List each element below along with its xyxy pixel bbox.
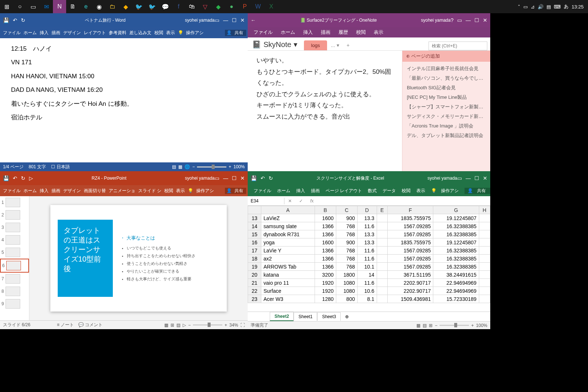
cell[interactable] bbox=[377, 271, 387, 279]
view-print-icon[interactable]: ▦ bbox=[178, 164, 182, 169]
maximize-icon[interactable]: ☐ bbox=[232, 175, 237, 181]
zoom-slider[interactable] bbox=[440, 325, 469, 326]
tell-me[interactable]: 💡 操作アシ bbox=[176, 30, 207, 36]
cell[interactable]: 768 bbox=[336, 255, 357, 263]
cortana-icon[interactable]: ○ bbox=[13, 0, 26, 13]
sheet-tab[interactable]: Sheet1 bbox=[294, 312, 317, 321]
keyboard-icon[interactable]: ⌨ bbox=[554, 4, 561, 10]
cell[interactable]: 1920 bbox=[315, 287, 336, 295]
col-header[interactable]: H bbox=[479, 206, 490, 214]
cell[interactable]: 1567.09285 bbox=[387, 230, 433, 238]
back-icon[interactable]: ← bbox=[251, 17, 256, 23]
cell[interactable]: 768 bbox=[336, 263, 357, 271]
slide-thumb[interactable]: 8 bbox=[0, 285, 29, 298]
cell[interactable]: 1920 bbox=[315, 279, 336, 287]
cell[interactable] bbox=[377, 238, 387, 247]
tab-design[interactable]: デザイン bbox=[62, 30, 82, 36]
notes-button[interactable]: ≡ ノート bbox=[57, 322, 74, 328]
cell[interactable]: 1567.09285 bbox=[387, 263, 433, 271]
cell[interactable]: samsung slate bbox=[261, 222, 315, 230]
messenger-icon[interactable]: 💬 bbox=[159, 0, 172, 13]
row-header[interactable]: 13 bbox=[248, 214, 261, 222]
twitter1-icon[interactable]: 🐦 bbox=[132, 0, 146, 13]
cell[interactable]: 1080 bbox=[336, 279, 357, 287]
col-header[interactable]: G bbox=[433, 206, 479, 214]
row-header[interactable]: 18 bbox=[248, 255, 261, 263]
view-read-icon[interactable]: ▤ bbox=[172, 164, 176, 169]
battery-icon[interactable]: ▭ bbox=[523, 4, 528, 10]
tab-animations[interactable]: アニメーショ bbox=[107, 188, 137, 194]
page-item[interactable]: [NEC PC] My Time Line製品 bbox=[405, 93, 488, 102]
tab-formulas[interactable]: 数式 bbox=[365, 188, 380, 194]
save-icon[interactable]: 💾 bbox=[3, 175, 9, 181]
cell[interactable]: 900 bbox=[336, 238, 357, 247]
row-header[interactable]: 22 bbox=[248, 287, 261, 295]
clock[interactable]: 13:25 bbox=[571, 4, 584, 10]
cell[interactable] bbox=[377, 247, 387, 255]
cell[interactable]: 1280 bbox=[315, 295, 336, 303]
cell[interactable]: 22.94694969 bbox=[433, 287, 479, 295]
save-icon[interactable]: 💾 bbox=[3, 17, 9, 23]
cell[interactable] bbox=[479, 247, 490, 255]
cell[interactable]: 13.3 bbox=[357, 214, 377, 222]
add-section[interactable]: + bbox=[343, 40, 353, 50]
cell[interactable] bbox=[377, 295, 387, 303]
cell[interactable]: 1835.755975 bbox=[387, 238, 433, 247]
chevron-up-icon[interactable]: ˄ bbox=[518, 4, 520, 10]
action-center-icon[interactable]: ▤ bbox=[546, 4, 551, 10]
tab-view[interactable]: 表示 bbox=[413, 188, 428, 194]
cell[interactable] bbox=[479, 238, 490, 247]
slide-canvas[interactable]: タブレットの王道はスクリーンサイズ10型前後 ・ 大事なことは いつでもどこでも… bbox=[50, 205, 227, 312]
comments-button[interactable]: 💬 コメント bbox=[78, 322, 103, 328]
ribbon-options-icon[interactable]: ▭ bbox=[457, 175, 462, 181]
tab-insert[interactable]: 挿入 bbox=[293, 188, 308, 194]
page-item[interactable]: サンディスク・メモリーカード新製品発 bbox=[405, 112, 488, 121]
share-button[interactable]: 👤 共有 bbox=[465, 188, 490, 194]
cell[interactable] bbox=[479, 214, 490, 222]
page-item[interactable]: 【シャープ】スマートフォン新製品説 bbox=[405, 102, 488, 112]
tab-draw[interactable]: 描画 bbox=[50, 188, 62, 194]
slide-indicator[interactable]: スライド 6/26 bbox=[3, 322, 31, 328]
redo-icon[interactable]: ↻ bbox=[21, 17, 25, 23]
col-header[interactable]: B bbox=[315, 206, 336, 214]
cell[interactable]: 13.3 bbox=[357, 230, 377, 238]
zoom-out-icon[interactable]: − bbox=[435, 323, 437, 328]
tab-draw[interactable]: 描画 bbox=[50, 30, 62, 36]
slide-thumb[interactable]: 5 bbox=[0, 246, 29, 259]
cell[interactable]: 15.72330189 bbox=[433, 295, 479, 303]
enter-icon[interactable]: ✓ bbox=[295, 198, 306, 204]
tab-home[interactable]: ホーム bbox=[274, 188, 293, 194]
tab-pagelayout[interactable]: ページ レイアウト bbox=[323, 188, 365, 194]
view-normal-icon[interactable]: ▦ bbox=[164, 323, 168, 328]
tab-file[interactable]: ファイル bbox=[254, 29, 273, 36]
close-icon[interactable]: ✕ bbox=[483, 175, 487, 181]
row-header[interactable]: 19 bbox=[248, 263, 261, 271]
cell[interactable]: 1366 bbox=[315, 222, 336, 230]
volume-icon[interactable]: 🔊 bbox=[538, 4, 544, 10]
view-sorter-icon[interactable]: ⊞ bbox=[171, 323, 174, 328]
cell[interactable]: 8.1 bbox=[357, 295, 377, 303]
tab-data[interactable]: データ bbox=[380, 188, 399, 194]
ribbon-options-icon[interactable]: ▭ bbox=[215, 175, 219, 181]
cell[interactable]: 11.6 bbox=[357, 222, 377, 230]
cell[interactable] bbox=[377, 279, 387, 287]
zoom-in-icon[interactable]: + bbox=[225, 323, 227, 328]
cell[interactable]: LaVieZ bbox=[261, 214, 315, 222]
cell[interactable] bbox=[479, 295, 490, 303]
language[interactable]: ☐ 日本語 bbox=[51, 164, 69, 170]
cell[interactable]: 38.24491615 bbox=[433, 271, 479, 279]
cell[interactable]: 1567.09285 bbox=[387, 255, 433, 263]
add-page-button[interactable]: ⊕ ページの追加 bbox=[402, 51, 490, 62]
cell[interactable]: 19.12245807 bbox=[433, 238, 479, 247]
excel-grid[interactable]: ABCDEFGH13LaVieZ160090013.31835.75597519… bbox=[248, 206, 490, 312]
cell[interactable] bbox=[377, 222, 387, 230]
minimize-icon[interactable]: — bbox=[223, 17, 228, 23]
chrome-icon[interactable]: ◉ bbox=[93, 0, 106, 13]
fit-icon[interactable]: ⛶ bbox=[240, 323, 245, 328]
page-item[interactable]: Bluetooth SIG記者会見 bbox=[405, 83, 488, 93]
sheet-tab[interactable]: Sheet3 bbox=[317, 312, 341, 321]
tab-file[interactable]: ファイル bbox=[1, 30, 22, 36]
minimize-icon[interactable]: — bbox=[466, 175, 471, 181]
cell[interactable]: 2202.90717 bbox=[387, 287, 433, 295]
undo-icon[interactable]: ↶ bbox=[261, 175, 265, 181]
